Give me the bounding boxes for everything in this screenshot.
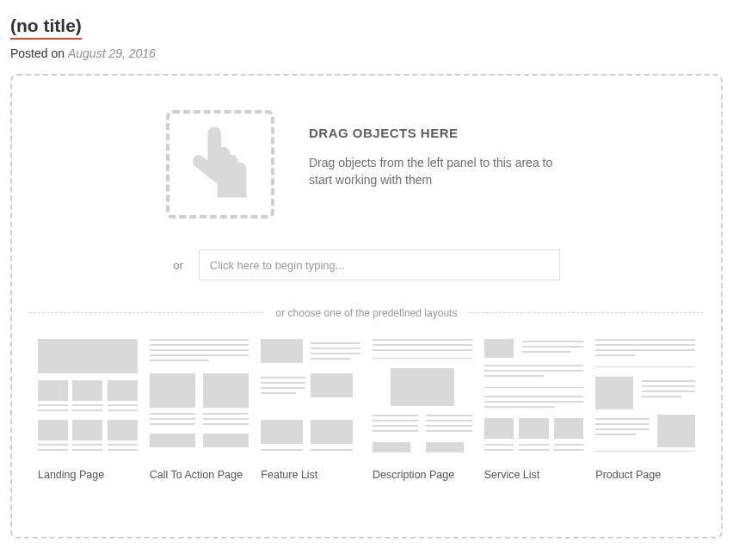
drag-text-column: DRAG OBJECTS HERE Drag objects from the … — [309, 110, 567, 189]
layout-feature-list[interactable]: Feature List — [261, 339, 360, 483]
layout-label: Feature List — [261, 468, 360, 483]
posted-date: August 29, 2016 — [68, 46, 156, 60]
layout-label: Landing Page — [38, 468, 138, 483]
drag-dropzone[interactable] — [166, 110, 274, 218]
posted-prefix: Posted on — [10, 46, 68, 60]
layout-description-page[interactable]: Description Page — [373, 339, 472, 483]
layouts-row: Landing Page Call To Action P — [29, 339, 704, 483]
drag-instructions: Drag objects from the left panel to this… — [309, 154, 567, 189]
begin-typing-input[interactable] — [199, 249, 560, 280]
or-label: or — [173, 259, 183, 272]
predefined-layouts-divider: or choose one of the predefined layouts — [29, 305, 704, 320]
layout-product-page[interactable]: Product Page — [595, 339, 695, 483]
pointing-hand-icon — [191, 124, 249, 205]
layout-label: Description Page — [373, 468, 472, 483]
layout-thumb-service-list — [484, 339, 584, 459]
layout-label: Service List — [484, 468, 584, 483]
drag-section: DRAG OBJECTS HERE Drag objects from the … — [29, 110, 704, 218]
predefined-layouts-divider-label: or choose one of the predefined layouts — [264, 307, 470, 319]
layout-landing-page[interactable]: Landing Page — [38, 339, 138, 483]
layout-thumb-product-page — [595, 339, 695, 459]
layout-thumb-landing-page — [38, 339, 138, 459]
page-title[interactable]: (no title) — [10, 15, 82, 40]
posted-line: Posted on August 29, 2016 — [10, 46, 723, 60]
layout-thumb-description-page — [373, 339, 472, 459]
layout-label: Call To Action Page — [150, 468, 249, 483]
editor-drop-canvas[interactable]: DRAG OBJECTS HERE Drag objects from the … — [10, 74, 723, 538]
layout-thumb-feature-list — [261, 339, 360, 459]
drag-heading: DRAG OBJECTS HERE — [309, 126, 567, 140]
layout-thumb-cta-page — [150, 339, 249, 459]
or-row: or — [29, 249, 704, 280]
layout-label: Product Page — [595, 468, 695, 483]
layout-service-list[interactable]: Service List — [484, 339, 584, 483]
layout-call-to-action-page[interactable]: Call To Action Page — [150, 339, 249, 483]
